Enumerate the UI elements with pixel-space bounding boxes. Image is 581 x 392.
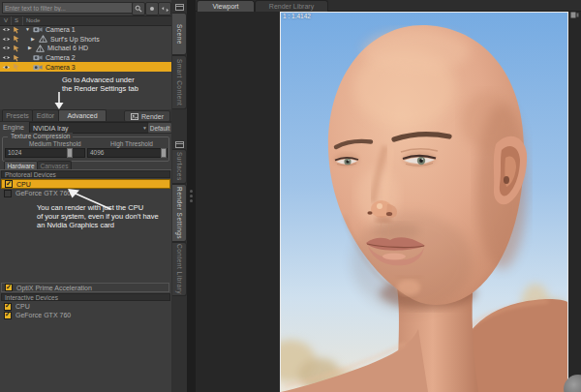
device-checkbox[interactable] [5,180,13,188]
visibility-eye-icon[interactable] [2,36,11,43]
scene-filter-input[interactable] [2,2,134,14]
visibility-eye-icon[interactable] [2,64,11,71]
interactive-devices-header: Interactive Devices [1,293,170,301]
selection-pointer-icon[interactable] [13,26,21,34]
selection-pointer-icon[interactable] [13,63,21,71]
pane-menu-icon[interactable] [174,3,184,11]
render-image-icon [131,113,138,120]
filter-mode-button[interactable] [145,2,159,15]
camera-icon [33,26,43,33]
expander-icon[interactable]: ▼ [25,25,31,34]
render-button[interactable]: Render [124,110,170,122]
scene-tree: ▼Camera 1▶Surf's Up Shorts▶Michael 6 HDC… [0,25,171,72]
scene-and-render-panel: V S Node ▼Camera 1▶Surf's Up Shorts▶Mich… [0,0,172,392]
node-label[interactable]: Michael 6 HD [46,45,88,51]
node-label[interactable]: Camera 3 [45,64,76,71]
optix-acceleration-row[interactable]: OptiX Prime Acceleration [1,283,169,292]
down-arrow-icon [53,92,65,110]
search-button[interactable] [132,2,145,15]
device-row-cpu[interactable]: CPU [1,302,170,311]
scene-node-camera-1[interactable]: ▼Camera 1 [0,25,171,35]
vertical-tab-render-settings[interactable]: Render Settings [172,184,187,242]
high-threshold-label: High Threshold [110,140,153,147]
device-label: CPU [16,181,31,188]
high-threshold-slider[interactable]: 4096 [87,148,168,158]
node-label[interactable]: Camera 1 [45,26,76,33]
column-visibility: V [4,17,8,23]
device-label: CPU [15,303,30,310]
daz-studio-window: V S Node ▼Camera 1▶Surf's Up Shorts▶Mich… [0,0,581,392]
dot-icon [148,5,156,13]
optix-checkbox[interactable] [5,284,13,291]
device-label: GeForce GTX 760 [15,312,71,318]
optix-label: OptiX Prime Acceleration [16,285,92,291]
viewport-corner-icon[interactable] [570,12,579,18]
expander-icon[interactable]: ▶ [31,35,37,44]
camera-icon [33,64,43,71]
device-checkbox[interactable] [4,303,12,311]
tab-editor[interactable]: Editor [32,109,59,121]
visibility-eye-icon[interactable] [2,26,11,33]
search-icon [135,5,142,13]
mesh-icon [36,45,45,52]
viewport-pane: Viewport Render Library [196,0,581,392]
vertical-tab-content-library[interactable]: Content Library [172,242,187,296]
annotation-cpu-render: You can render with just the CPU of your… [37,203,159,229]
device-row-cpu[interactable]: CPU [1,179,170,189]
default-button[interactable]: Default [147,122,172,134]
photoreal-devices-header: Photoreal Devices [1,170,170,178]
device-row-geforce-gtx-760[interactable]: GeForce GTX 760 [1,189,170,197]
photoreal-device-list: CPUGeForce GTX 760 [1,179,170,197]
scene-node-camera-3[interactable]: Camera 3 [0,62,171,72]
slider-handle[interactable] [67,148,73,158]
vertical-tab-scene[interactable]: Scene [172,13,187,55]
scene-node-camera-2[interactable]: Camera 2 [0,53,171,63]
scene-node-michael-6-hd[interactable]: ▶Michael 6 HD [0,44,171,53]
device-label: GeForce GTX 760 [15,190,71,196]
device-row-geforce-gtx-760[interactable]: GeForce GTX 760 [1,311,170,319]
rendered-portrait [281,13,567,392]
node-label[interactable]: Camera 2 [45,54,76,61]
device-checkbox[interactable] [4,312,12,319]
camera-icon [33,54,43,61]
filter-nav-button[interactable] [158,2,171,15]
selection-pointer-icon[interactable] [13,54,21,62]
panel-splitter[interactable] [187,0,196,392]
interactive-device-list: CPUGeForce GTX 760 [1,302,170,319]
tab-advanced[interactable]: Advanced [58,109,107,121]
annotation-go-to-advanced: Go to Advanced under the Render Settings… [62,75,138,93]
medium-threshold-label: Medium Threshold [29,140,81,147]
medium-threshold-slider[interactable]: 1024 [5,148,85,158]
vertical-tab-surfaces[interactable]: Surfaces [172,149,187,184]
device-checkbox[interactable] [4,190,12,197]
tab-render-library[interactable]: Render Library [255,0,328,12]
aspect-ratio-label: 1 : 1.4142 [283,13,311,19]
vertical-tab-smart-content[interactable]: Smart Content [172,55,187,109]
expander-icon[interactable]: ▶ [28,44,34,52]
node-label[interactable]: Surf's Up Shorts [49,36,100,43]
visibility-eye-icon[interactable] [2,54,11,61]
tab-presets[interactable]: Presets [2,109,33,121]
scene-node-surf-s-up-shorts[interactable]: ▶Surf's Up Shorts [0,35,171,45]
column-selection: S [15,17,18,23]
camera-view-frame[interactable] [280,12,568,392]
engine-label: Engine [3,124,24,131]
arrows-icon [161,6,169,13]
tab-viewport[interactable]: Viewport [197,0,255,12]
mesh-icon [39,35,47,43]
pane-menu-icon[interactable] [174,140,184,148]
selection-pointer-icon[interactable] [13,35,21,43]
slider-handle[interactable] [161,148,167,158]
texture-compression-title: Texture Compression [8,133,73,139]
selection-pointer-icon[interactable] [13,45,21,52]
visibility-eye-icon[interactable] [2,45,11,51]
column-node: Node [26,17,40,23]
